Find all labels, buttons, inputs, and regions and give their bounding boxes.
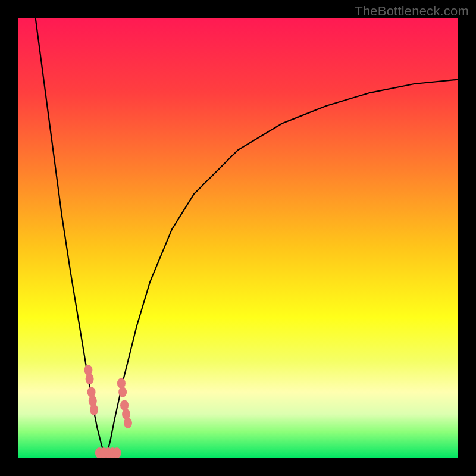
bottleneck-chart: [18, 18, 458, 458]
watermark-text: TheBottleneck.com: [355, 4, 469, 19]
marker-point: [113, 447, 121, 458]
marker-point: [124, 418, 132, 428]
marker-point: [118, 387, 127, 397]
chart-frame: TheBottleneck.com: [0, 0, 476, 476]
gradient-rect: [18, 18, 458, 458]
marker-point: [86, 374, 94, 384]
marker-point: [90, 405, 98, 415]
